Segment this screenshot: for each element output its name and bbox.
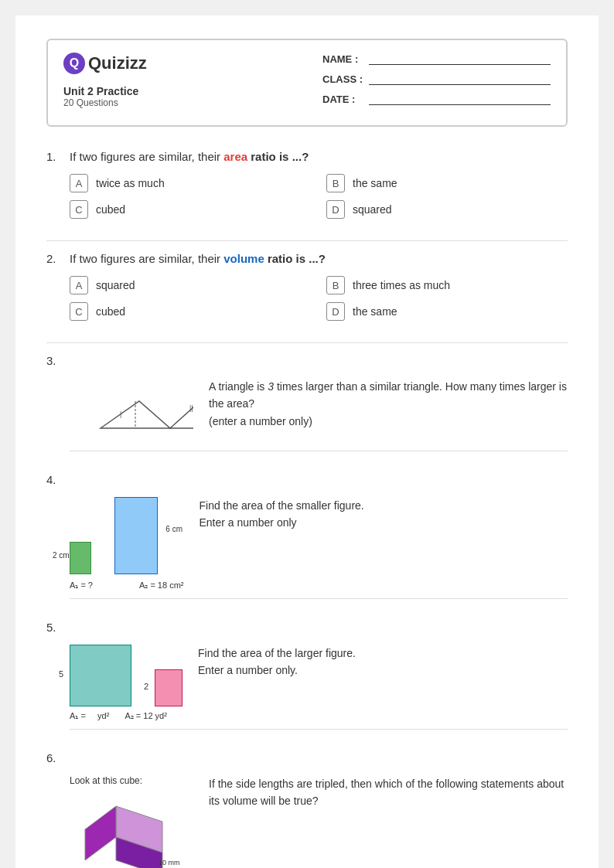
svg-text:10 mm: 10 mm (159, 859, 180, 866)
q1-text-before: If two figures are similar, their (70, 150, 223, 163)
class-label: CLASS : (322, 73, 369, 85)
q2-header: 2. If two figures are similar, their vol… (46, 252, 568, 265)
q2-option-a: A squared (70, 276, 311, 294)
q2-text-before: If two figures are similar, their (70, 252, 223, 265)
q1-text-c: cubed (96, 203, 125, 216)
q2-text-d: the same (353, 305, 397, 318)
q4-header: 4. (46, 473, 568, 486)
q4-image: 2 cm 6 cm A₁ = ? A₂ = 18 cm² (70, 497, 184, 591)
q1-text-a: twice as much (96, 177, 165, 189)
q2-text-after: ratio is ...? (264, 252, 326, 265)
svg-text:|: | (120, 410, 121, 418)
q1-text-d: squared (353, 203, 392, 216)
q5-a2: A₂ = 12 yd² (125, 711, 166, 721)
logo-icon: Q (63, 53, 85, 74)
q3-body: | || 5 A triangle is 3 times larger than… (70, 378, 568, 443)
q3-image: | || 5 (70, 378, 193, 443)
q1-option-c: C cubed (70, 200, 311, 219)
q2-letter-c: C (70, 302, 88, 321)
q2-letter-d: D (326, 302, 345, 321)
header-right: NAME : CLASS : DATE : (292, 53, 551, 113)
q2-text: If two figures are similar, their volume… (70, 252, 326, 265)
q2-number: 2. (46, 252, 70, 265)
q2-options: A squared B three times as much C cubed … (70, 276, 568, 321)
q1-letter-c: C (70, 200, 88, 219)
questions-count: 20 Questions (63, 97, 292, 108)
q4-a2: A₂ = 18 cm² (139, 580, 184, 591)
q4-description: Find the area of the smaller figure. Ent… (200, 497, 568, 591)
q5-image: 5 2 A₁ = yd² A₂ = 12 yd² (70, 645, 182, 721)
divider-2 (46, 342, 568, 343)
q6-body: Look at this cube: 10 mm 10 mm 10 mm (70, 775, 568, 868)
q6-header: 6. (46, 751, 568, 764)
q1-option-a: A twice as much (70, 174, 311, 192)
q4-a1: A₁ = ? (70, 580, 93, 591)
q1-option-d: D squared (326, 200, 568, 219)
q2-option-d: D the same (326, 302, 568, 321)
q1-option-b: B the same (326, 174, 568, 192)
q3-number: 3. (46, 354, 70, 367)
q2-option-b: B three times as much (326, 276, 568, 294)
cube-svg: 10 mm 10 mm 10 mm (70, 791, 193, 868)
q1-header: 1. If two figures are similar, their are… (46, 150, 568, 163)
question-2: 2. If two figures are similar, their vol… (46, 252, 568, 321)
q3-header: 3. (46, 354, 568, 367)
q1-text: If two figures are similar, their area r… (70, 150, 309, 163)
q4-number: 4. (46, 473, 70, 486)
triangle-svg: | || 5 (70, 378, 193, 440)
name-line (369, 53, 551, 65)
question-5: 5. 5 2 (46, 621, 568, 730)
q5-description: Find the area of the larger figure. Ente… (198, 645, 568, 721)
q2-letter-a: A (70, 276, 88, 294)
q5-body: 5 2 A₁ = yd² A₂ = 12 yd² Find the area o… (70, 645, 568, 721)
q2-text-a: squared (96, 279, 135, 291)
question-3: 3. | || 5 A triangle is 3 (46, 354, 568, 451)
date-label: DATE : (322, 94, 369, 105)
logo: Q Quizizz (63, 53, 292, 74)
q5-number: 5. (46, 621, 70, 634)
class-line (369, 73, 551, 85)
q1-text-b: the same (353, 177, 397, 189)
page: Q Quizizz Unit 2 Practice 20 Questions N… (15, 15, 599, 868)
divider-1 (46, 240, 568, 241)
q2-letter-b: B (326, 276, 345, 294)
header-box: Q Quizizz Unit 2 Practice 20 Questions N… (46, 39, 568, 127)
q2-highlight: volume (223, 252, 264, 265)
q1-letter-d: D (326, 200, 345, 219)
q6-number: 6. (46, 751, 70, 764)
date-line (369, 93, 551, 105)
q4-body: 2 cm 6 cm A₁ = ? A₂ = 18 cm² Find the ar… (70, 497, 568, 591)
class-row: CLASS : (322, 73, 551, 85)
q1-letter-a: A (70, 174, 88, 192)
look-at-cube-label: Look at this cube: (70, 775, 193, 786)
q5-header: 5. (46, 621, 568, 634)
logo-text: Quizizz (88, 53, 147, 73)
q2-text-b: three times as much (353, 279, 450, 291)
q1-text-after: ratio is ...? (247, 150, 309, 163)
q2-text-c: cubed (96, 305, 125, 318)
q2-option-c: C cubed (70, 302, 311, 321)
question-1: 1. If two figures are similar, their are… (46, 150, 568, 219)
svg-marker-8 (85, 806, 116, 860)
svg-text:||: || (189, 404, 193, 412)
unit-title: Unit 2 Practice (63, 85, 292, 97)
name-label: NAME : (322, 53, 369, 65)
q5-a1: A₁ = yd² (70, 711, 109, 721)
q1-options: A twice as much B the same C cubed D squ… (70, 174, 568, 219)
header-left: Q Quizizz Unit 2 Practice 20 Questions (63, 53, 292, 108)
question-4: 4. 2 cm 6 cm (46, 473, 568, 599)
q1-number: 1. (46, 150, 70, 163)
q6-description: If the side lengths are tripled, then wh… (209, 775, 568, 868)
name-row: NAME : (322, 53, 551, 65)
q1-letter-b: B (326, 174, 345, 192)
q1-highlight: area (223, 150, 247, 163)
question-6: 6. Look at this cube: 10 mm 10 mm 10 mm (46, 751, 568, 868)
q3-description: A triangle is 3 times larger than a simi… (209, 378, 568, 443)
q6-image: Look at this cube: 10 mm 10 mm 10 mm (70, 775, 193, 868)
date-row: DATE : (322, 93, 551, 105)
